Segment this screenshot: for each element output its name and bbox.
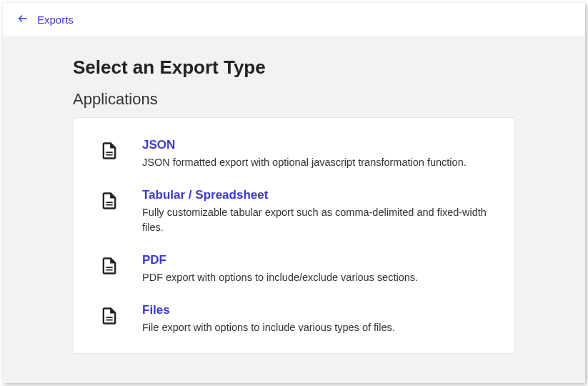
document-icon <box>99 139 119 162</box>
document-icon <box>99 254 119 277</box>
section-title: Applications <box>73 90 515 109</box>
export-text: Files File export with options to includ… <box>142 303 489 335</box>
export-item-tabular[interactable]: Tabular / Spreadsheet Fully customizable… <box>99 188 489 234</box>
export-title: Tabular / Spreadsheet <box>142 188 489 202</box>
export-card: JSON JSON formatted export with optional… <box>73 117 515 354</box>
export-desc: PDF export with options to include/exclu… <box>142 270 489 284</box>
header-bar: Exports <box>3 3 585 36</box>
export-title: PDF <box>142 253 489 267</box>
page-title: Select an Export Type <box>73 56 515 79</box>
export-desc: Fully customizable tabular export such a… <box>142 205 489 234</box>
window: Exports Select an Export Type Applicatio… <box>3 3 585 383</box>
back-arrow-icon[interactable] <box>17 13 29 26</box>
content-area: Select an Export Type Applications JSON … <box>3 36 585 383</box>
document-icon <box>99 305 119 327</box>
export-item-pdf[interactable]: PDF PDF export with options to include/e… <box>99 253 489 284</box>
export-text: JSON JSON formatted export with optional… <box>142 138 489 169</box>
export-text: Tabular / Spreadsheet Fully customizable… <box>142 188 489 234</box>
export-desc: JSON formatted export with optional java… <box>142 155 489 169</box>
export-text: PDF PDF export with options to include/e… <box>142 253 489 284</box>
export-item-files[interactable]: Files File export with options to includ… <box>99 303 489 335</box>
export-item-json[interactable]: JSON JSON formatted export with optional… <box>99 138 489 169</box>
export-title: Files <box>142 303 489 317</box>
export-title: JSON <box>142 138 489 152</box>
export-desc: File export with options to include vari… <box>142 320 489 335</box>
document-icon <box>99 189 119 212</box>
breadcrumb[interactable]: Exports <box>37 14 74 26</box>
